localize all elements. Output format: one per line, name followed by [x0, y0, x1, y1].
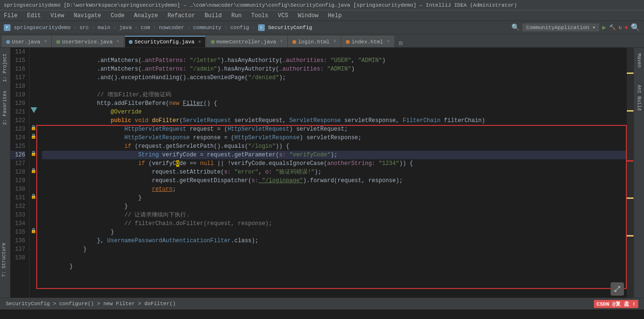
sep1: ›	[73, 25, 77, 31]
scroll-marker-4	[627, 197, 634, 199]
line-num-116: 116	[10, 65, 25, 73]
line-num-126: 126	[10, 151, 25, 159]
line-num-122: 122	[10, 116, 25, 125]
search-everywhere-icon[interactable]: 🔍	[511, 23, 519, 31]
tab-dot	[6, 40, 10, 44]
tab-dot	[129, 40, 133, 44]
scroll-marker-2	[627, 110, 634, 112]
code-line-137	[42, 245, 630, 254]
code-line-114: .antMatchers(…antPatterns: "/letter").ha…	[42, 48, 630, 56]
sidebar-tab-favorites[interactable]: 2: Favorites	[1, 87, 9, 129]
expand-icon[interactable]	[611, 282, 624, 296]
sidebar-tab-ant[interactable]: Ant Build	[635, 81, 643, 114]
tab-close[interactable]: ×	[116, 39, 119, 44]
tab-securityconfig-java[interactable]: SecurityConfig.java ×	[125, 36, 205, 47]
title-bar: springsecuritydemo [D:\workWorkspace\spr…	[0, 0, 644, 10]
run-config-selector[interactable]: CommunityApplication ▾	[522, 23, 599, 31]
tab-close[interactable]: ×	[333, 39, 336, 44]
scroll-marker-3	[627, 160, 634, 162]
csdn-badge[interactable]: CSDN @复 盘 !	[594, 300, 638, 308]
line-num-123: 123	[10, 125, 25, 134]
code-line-132: // 让请求继续向下执行.	[42, 202, 630, 211]
gutter-lock-126: 🔒	[31, 151, 36, 156]
line-num-131: 131	[10, 194, 25, 202]
line-num-136: 136	[10, 237, 25, 245]
tab-login-html[interactable]: login.html ×	[288, 36, 341, 47]
code-line-135: }, UsernamePasswordAuthenticationFilter.…	[42, 228, 630, 237]
line-num-132: 132	[10, 202, 25, 211]
tab-dot	[346, 40, 350, 44]
project-icon: P	[4, 24, 10, 31]
status-right: CSDN @复 盘 !	[594, 300, 638, 308]
tab-close[interactable]: ×	[387, 39, 390, 44]
gutter-lock-135: 🔒	[31, 228, 36, 234]
menu-edit[interactable]: Edit	[25, 11, 43, 20]
code-content[interactable]: .antMatchers(…antPatterns: "/letter").ha…	[38, 48, 634, 298]
tab-homecontroller-java[interactable]: HomeController.java ×	[207, 36, 287, 47]
tab-label: HomeController.java	[217, 39, 276, 45]
sidebar-tab-maven[interactable]: Maven	[635, 50, 643, 72]
menu-refactor[interactable]: Refactor	[166, 11, 197, 20]
line-num-115: 115	[10, 56, 25, 65]
line-num-134: 134	[10, 219, 25, 228]
title-text: springsecuritydemo [D:\workWorkspace\spr…	[4, 2, 517, 8]
menu-navigate[interactable]: Navigate	[72, 11, 103, 20]
tab-close[interactable]: ×	[198, 40, 201, 45]
menu-build[interactable]: Build	[203, 11, 224, 20]
sidebar-tab-structure[interactable]: 7: Structure	[0, 239, 8, 281]
tab-index-html[interactable]: index.html ×	[342, 36, 394, 47]
tab-user-java[interactable]: User.java ×	[2, 36, 51, 47]
breadcrumb-com[interactable]: com	[141, 25, 150, 31]
line-num-137: 137	[10, 245, 25, 254]
menu-help[interactable]: Help	[326, 11, 343, 20]
tab-label: User.java	[12, 39, 40, 45]
line-num-133: 133	[10, 211, 25, 219]
breadcrumb-project[interactable]: springsecuritydemo	[14, 25, 71, 31]
menu-file[interactable]: File	[2, 11, 20, 20]
menu-tools[interactable]: Tools	[249, 11, 270, 20]
tab-label: index.html	[352, 39, 383, 45]
stop-button[interactable]: ■	[624, 25, 628, 31]
gutter-lock-128: 🔒	[31, 168, 36, 174]
gutter-lock-123: 🔒	[31, 125, 36, 131]
menu-analyze[interactable]: Analyze	[132, 11, 160, 20]
scroll-markers[interactable]	[627, 48, 634, 298]
more-tabs-icon[interactable]: m	[399, 40, 403, 47]
menu-code[interactable]: Code	[109, 11, 126, 20]
left-sidebar: 1: Project 2: Favorites 7: Structure	[0, 48, 10, 298]
editor-area: 114 115 116 117 118 119 120 121 122 123 …	[10, 48, 634, 298]
code-line-118: // 增加Filter,处理验证码	[42, 82, 630, 91]
menu-view[interactable]: View	[49, 11, 66, 20]
status-breadcrumb: SecurityConfig > configure() > new Filte…	[6, 301, 176, 307]
breadcrumb-community[interactable]: community	[193, 25, 221, 31]
line-num-114: 114	[10, 48, 25, 56]
sep3: ›	[113, 25, 116, 31]
menu-vcs[interactable]: VCS	[276, 11, 291, 20]
tab-label: UserService.java	[62, 39, 113, 45]
build-button[interactable]: 🔨	[609, 24, 616, 31]
tab-close[interactable]: ×	[280, 39, 283, 44]
tab-dot	[292, 40, 296, 44]
sep5: ›	[153, 25, 156, 31]
breadcrumb-config[interactable]: config	[230, 25, 249, 31]
breadcrumb-main[interactable]: main	[98, 25, 110, 31]
line-num-117: 117	[10, 73, 25, 82]
run-button[interactable]: ▶	[602, 23, 606, 31]
line-num-119: 119	[10, 91, 25, 99]
line-num-125: 125	[10, 142, 25, 151]
breadcrumb-src[interactable]: src	[79, 25, 89, 31]
tab-userservice-java[interactable]: UserService.java ×	[52, 36, 124, 47]
update-button[interactable]: ↻	[619, 24, 622, 31]
line-num-127: 127	[10, 159, 25, 168]
menu-run[interactable]: Run	[229, 11, 244, 20]
scroll-marker-1	[627, 72, 634, 74]
search-icon[interactable]: 🔍	[631, 23, 640, 32]
breadcrumb-class[interactable]: SecurityConfig	[268, 25, 312, 31]
sidebar-tab-project[interactable]: 1: Project	[1, 50, 9, 86]
line-num-129: 129	[10, 176, 25, 185]
breadcrumb-nowcoder[interactable]: nowcoder	[159, 25, 184, 31]
breadcrumb-java[interactable]: java	[119, 25, 132, 31]
tab-close[interactable]: ×	[44, 39, 47, 44]
sep4: ›	[135, 25, 138, 31]
menu-window[interactable]: Window	[296, 11, 320, 20]
